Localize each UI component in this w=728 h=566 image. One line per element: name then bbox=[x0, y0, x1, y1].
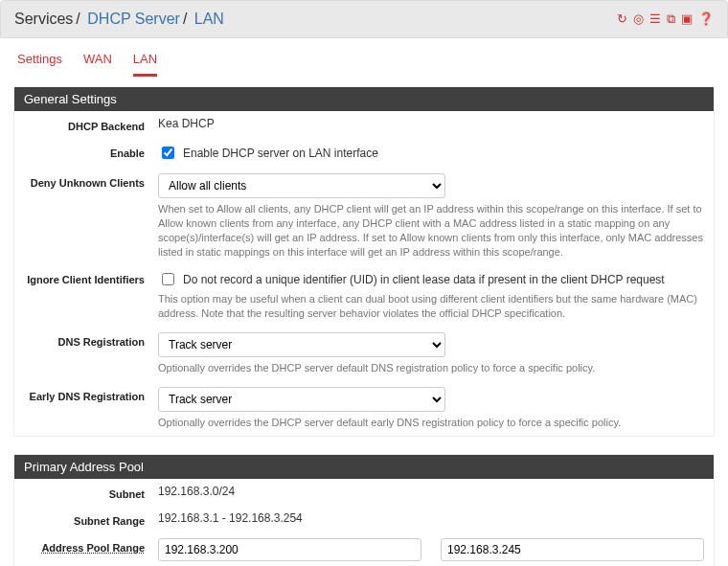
help-early-dns-reg: Optionally overrides the DHCP server def… bbox=[158, 416, 704, 430]
general-settings-panel: General Settings DHCP Backend Kea DHCP E… bbox=[13, 86, 715, 437]
breadcrumb-root: Services bbox=[14, 11, 73, 27]
help-dns-reg: Optionally overrides the DHCP server def… bbox=[158, 361, 704, 375]
row-pool-range: Address Pool Range From To The specified… bbox=[14, 532, 714, 566]
enable-checkbox-wrapper[interactable]: Enable DHCP server on LAN interface bbox=[158, 144, 704, 162]
row-backend: DHCP Backend Kea DHCP bbox=[14, 111, 714, 138]
label-dns-reg: DNS Registration bbox=[24, 332, 158, 348]
breadcrumb-sep: / bbox=[183, 11, 187, 27]
help-icon[interactable]: ❓ bbox=[698, 11, 714, 27]
dns-reg-select[interactable]: Track server bbox=[158, 332, 445, 357]
row-dns-reg: DNS Registration Track server Optionally… bbox=[14, 327, 714, 381]
breadcrumb-sep: / bbox=[76, 11, 80, 27]
tabs: Settings WAN LAN bbox=[0, 38, 728, 77]
label-deny-unknown: Deny Unknown Clients bbox=[24, 173, 158, 189]
breadcrumb: Services/ DHCP Server/ LAN bbox=[14, 11, 224, 28]
label-backend: DHCP Backend bbox=[24, 117, 158, 132]
label-subnet-range: Subnet Range bbox=[24, 511, 158, 527]
section-header-general: General Settings bbox=[14, 87, 714, 111]
enable-checkbox-label: Enable DHCP server on LAN interface bbox=[183, 147, 378, 160]
tab-settings[interactable]: Settings bbox=[17, 52, 62, 77]
value-subnet: 192.168.3.0/24 bbox=[158, 485, 704, 498]
sliders-icon[interactable]: ☰ bbox=[649, 11, 661, 27]
label-subnet: Subnet bbox=[24, 485, 158, 500]
help-deny-unknown: When set to Allow all clients, any DHCP … bbox=[158, 202, 704, 259]
row-ignore-cid: Ignore Client Identifiers Do not record … bbox=[14, 264, 714, 327]
breadcrumb-link-lan[interactable]: LAN bbox=[194, 11, 224, 27]
section-header-pool: Primary Address Pool bbox=[14, 455, 714, 479]
ignore-cid-checkbox[interactable] bbox=[162, 273, 174, 285]
early-dns-reg-select[interactable]: Track server bbox=[158, 387, 445, 412]
pool-from-input[interactable] bbox=[158, 538, 421, 561]
row-enable: Enable Enable DHCP server on LAN interfa… bbox=[14, 138, 714, 168]
row-subnet: Subnet 192.168.3.0/24 bbox=[14, 479, 714, 506]
enable-checkbox[interactable] bbox=[162, 147, 174, 159]
ignore-cid-checkbox-wrapper[interactable]: Do not record a unique identifier (UID) … bbox=[158, 270, 704, 288]
row-early-dns-reg: Early DNS Registration Track server Opti… bbox=[14, 381, 714, 436]
value-backend: Kea DHCP bbox=[158, 117, 704, 130]
pool-range-pair: From To bbox=[158, 538, 704, 566]
deny-unknown-select[interactable]: Allow all clients bbox=[158, 173, 445, 198]
row-subnet-range: Subnet Range 192.168.3.1 - 192.168.3.254 bbox=[14, 506, 714, 532]
label-early-dns-reg: Early DNS Registration bbox=[24, 387, 158, 402]
row-deny-unknown: Deny Unknown Clients Allow all clients W… bbox=[14, 168, 714, 264]
help-ignore-cid: This option may be useful when a client … bbox=[158, 292, 704, 321]
breadcrumb-bar: Services/ DHCP Server/ LAN ↻ ◎ ☰ ⧉ ▣ ❓ bbox=[0, 0, 728, 38]
primary-pool-panel: Primary Address Pool Subnet 192.168.3.0/… bbox=[13, 454, 715, 566]
chart-icon[interactable]: ⧉ bbox=[667, 11, 675, 27]
pool-to-input[interactable] bbox=[441, 538, 704, 561]
label-ignore-cid: Ignore Client Identifiers bbox=[24, 270, 158, 285]
expand-icon[interactable]: ▣ bbox=[681, 11, 693, 27]
target-icon[interactable]: ◎ bbox=[633, 11, 644, 27]
ignore-cid-checkbox-label: Do not record a unique identifier (UID) … bbox=[183, 273, 665, 286]
tab-lan[interactable]: LAN bbox=[133, 52, 157, 77]
breadcrumb-link-dhcp[interactable]: DHCP Server bbox=[87, 11, 180, 27]
label-pool-range: Address Pool Range bbox=[24, 538, 158, 554]
value-subnet-range: 192.168.3.1 - 192.168.3.254 bbox=[158, 511, 704, 525]
refresh-icon[interactable]: ↻ bbox=[617, 11, 627, 27]
tab-wan[interactable]: WAN bbox=[83, 52, 112, 77]
label-enable: Enable bbox=[24, 144, 158, 159]
toolbar-icons: ↻ ◎ ☰ ⧉ ▣ ❓ bbox=[617, 11, 714, 27]
